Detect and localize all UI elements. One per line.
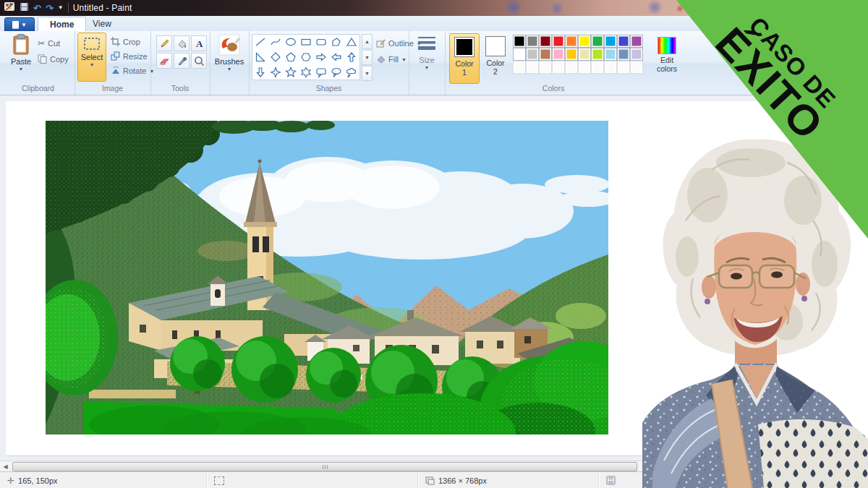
file-size-cell [606,472,616,488]
redo-icon[interactable]: ↷ [46,4,54,13]
fill-icon [376,54,386,64]
curve-shape-button[interactable] [268,35,283,49]
village-painting[interactable] [46,121,608,435]
five-point-star-shape-button[interactable] [284,65,298,79]
brushes-button[interactable]: Brushes ▼ [213,34,245,72]
palette-swatch[interactable] [578,48,591,61]
cloud-callout-shape-button[interactable] [344,65,359,79]
palette-swatch-empty[interactable] [526,61,539,74]
paint-app-icon[interactable] [4,1,15,15]
color1-button[interactable]: Color 1 [449,33,480,84]
palette-swatch-empty[interactable] [578,61,591,74]
select-icon [83,37,101,51]
chevron-down-icon: ▼ [90,62,95,67]
magnifier-tool-button[interactable] [191,53,207,69]
six-point-star-shape-button[interactable] [299,65,313,79]
rounded-rectangle-shape-button[interactable] [314,35,328,49]
palette-swatch[interactable] [526,35,539,48]
palette-swatch[interactable] [526,48,539,61]
palette-swatch-empty[interactable] [591,61,604,74]
rotate-button[interactable]: Rotate ▼ [111,66,154,75]
palette-swatch[interactable] [552,48,565,61]
palette-swatch-empty[interactable] [630,61,643,74]
scroll-more-icon: ▼ [362,66,373,81]
right-arrow-shape-button[interactable] [314,50,328,64]
cut-icon: ✂ [38,38,45,48]
palette-swatch[interactable] [604,48,617,61]
palette-swatch[interactable] [565,35,578,48]
rotate-icon [111,66,120,75]
palette-swatch[interactable] [578,35,591,48]
shapes-gallery[interactable] [252,34,360,80]
four-point-star-shape-button[interactable] [268,65,283,79]
line-shape-button[interactable] [253,35,268,49]
palette-swatch[interactable] [539,48,552,61]
color2-swatch [485,36,506,56]
palette-swatch[interactable] [604,35,617,48]
fill-with-color-tool-button[interactable] [174,35,190,51]
up-arrow-shape-button[interactable] [344,50,359,64]
right-triangle-shape-button[interactable] [253,50,268,64]
resize-button[interactable]: Resize [111,51,148,61]
group-tools: A Tools [150,31,210,95]
scroll-up-icon: ▲ [362,34,373,49]
scroll-left-icon[interactable]: ◀ [0,461,11,471]
palette-swatch[interactable] [513,48,526,61]
ellipse-shape-button[interactable] [284,35,298,49]
triangle-shape-button[interactable] [344,35,359,49]
down-arrow-shape-button[interactable] [253,65,268,79]
palette-swatch-empty[interactable] [552,61,565,74]
color-picker-tool-button[interactable] [174,53,190,69]
file-menu-button[interactable]: ▼ [4,17,35,32]
size-button[interactable]: Size ▼ [412,35,442,70]
disk-icon [606,476,616,485]
palette-swatch-empty[interactable] [617,61,630,74]
palette-swatch[interactable] [617,48,630,61]
palette-swatch[interactable] [565,48,578,61]
oval-callout-shape-button[interactable] [329,65,344,79]
paste-button[interactable]: Paste ▼ [7,34,35,72]
palette-swatch-empty[interactable] [604,61,617,74]
save-icon[interactable] [20,1,29,14]
left-arrow-shape-button[interactable] [329,50,344,64]
tab-view[interactable]: View [81,17,123,31]
palette-swatch[interactable] [630,35,643,48]
eraser-tool-button[interactable] [156,53,172,69]
scrollbar-thumb[interactable] [12,462,637,471]
undo-icon[interactable]: ↶ [33,4,41,13]
selection-icon [214,476,224,485]
palette-swatch[interactable] [591,48,604,61]
rectangle-shape-button[interactable] [299,35,313,49]
qat-dropdown-icon[interactable]: ▼ [58,5,64,11]
color1-swatch [454,37,475,57]
shapes-scroll[interactable]: ▲ ▼ ▼ [362,34,373,81]
palette-swatch-empty[interactable] [539,61,552,74]
pentagon-shape-button[interactable] [284,50,298,64]
select-button[interactable]: Select ▼ [77,33,106,82]
palette-swatch[interactable] [539,35,552,48]
crop-button[interactable]: Crop [111,37,140,46]
color2-button[interactable]: Color 2 [481,33,510,82]
palette-swatch-empty[interactable] [565,61,578,74]
edit-colors-button[interactable]: Edit colors [650,34,684,83]
tab-home[interactable]: Home [38,17,86,32]
group-image: Select ▼ Crop Resize Rotate ▼ Image [75,31,151,95]
palette-swatch[interactable] [630,48,643,61]
diamond-shape-button[interactable] [268,50,283,64]
rounded-callout-shape-button[interactable] [314,65,328,79]
palette-swatch[interactable] [513,35,526,48]
palette-swatch-empty[interactable] [513,61,526,74]
color-palette [513,35,643,74]
polygon-shape-button[interactable] [329,35,344,49]
outline-icon [376,38,386,48]
copy-button[interactable]: Copy [38,54,69,64]
cut-button[interactable]: ✂ Cut [38,38,60,48]
text-tool-button[interactable]: A [191,35,207,51]
palette-swatch[interactable] [591,35,604,48]
pencil-tool-button[interactable] [156,35,172,51]
fill-button[interactable]: Fill ▼ [376,54,407,64]
palette-swatch[interactable] [552,35,565,48]
hexagon-shape-button[interactable] [299,50,313,64]
palette-swatch[interactable] [617,35,630,48]
brush-icon [218,34,240,56]
